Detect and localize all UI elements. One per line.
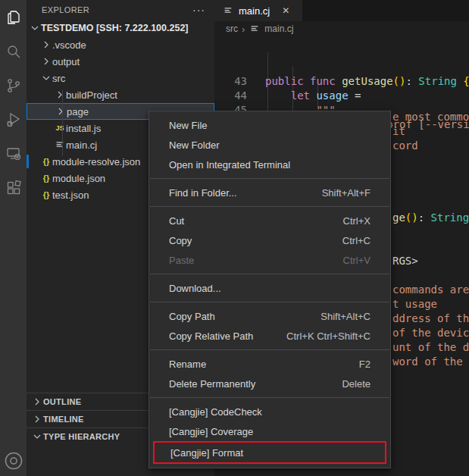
code-fragment: ddress of the bbox=[392, 312, 469, 326]
tab-main-cj[interactable]: main.cj ✕ bbox=[214, 0, 302, 21]
menu-item-label: Copy Relative Path bbox=[169, 330, 253, 342]
sidebar-title: EXPLORER bbox=[42, 5, 89, 14]
remote-explorer-icon[interactable] bbox=[0, 136, 27, 171]
tree-item-label: src bbox=[52, 73, 65, 84]
menu-item-label: [Cangjie] CodeCheck bbox=[169, 406, 262, 418]
menu-item-cangjie-codecheck[interactable]: [Cangjie] CodeCheck bbox=[149, 402, 390, 421]
menu-item-label: [Cangjie] Coverage bbox=[169, 426, 253, 437]
chevron-down-icon bbox=[31, 431, 43, 443]
tree-item-buildproject[interactable]: buildProject bbox=[27, 86, 214, 103]
menu-item-label: Find in Folder... bbox=[169, 187, 237, 199]
menu-separator bbox=[150, 178, 389, 179]
line-number: 44 bbox=[214, 89, 247, 103]
cj-file-icon bbox=[54, 139, 66, 151]
activity-bar bbox=[0, 0, 27, 476]
menu-item-new-file[interactable]: New File bbox=[149, 115, 390, 135]
format-highlight-box: [Cangjie] Format bbox=[153, 441, 386, 464]
source-control-icon[interactable] bbox=[0, 68, 27, 102]
chevron-down-icon bbox=[40, 72, 52, 84]
menu-item-cut[interactable]: CutCtrl+X bbox=[149, 211, 390, 230]
tree-item-output[interactable]: output bbox=[27, 53, 214, 70]
json-file-icon: {} bbox=[40, 155, 52, 168]
context-menu: New FileNew FolderOpen in Integrated Ter… bbox=[149, 111, 391, 468]
menu-item-open-in-integrated-terminal[interactable]: Open in Integrated Terminal bbox=[149, 155, 390, 174]
tab-label: main.cj bbox=[239, 5, 270, 17]
manage-icon[interactable] bbox=[0, 450, 27, 476]
activity-bar-indicator bbox=[27, 155, 29, 168]
menu-item-delete-permanently[interactable]: Delete PermanentlyDelete bbox=[149, 374, 390, 393]
tree-item-vscode[interactable]: .vscode bbox=[27, 36, 214, 53]
menu-item-shortcut: Ctrl+V bbox=[343, 255, 371, 266]
code-fragment: e most common bbox=[392, 110, 469, 124]
js-file-icon: JS bbox=[54, 122, 66, 134]
menu-item-label: New Folder bbox=[169, 139, 219, 151]
menu-item-shortcut: Shift+Alt+C bbox=[320, 311, 371, 322]
menu-item-find-in-folder[interactable]: Find in Folder...Shift+Alt+F bbox=[149, 183, 390, 202]
menu-item-label: Open in Integrated Terminal bbox=[169, 159, 290, 171]
more-actions-icon[interactable]: ··· bbox=[192, 4, 205, 16]
menu-separator bbox=[150, 206, 389, 207]
menu-separator bbox=[150, 274, 389, 274]
menu-item-label: [Cangjie] Format bbox=[170, 447, 243, 459]
menu-item-copy-relative-path[interactable]: Copy Relative PathCtrl+K Ctrl+Shift+C bbox=[149, 326, 390, 346]
run-debug-icon[interactable] bbox=[0, 102, 27, 136]
section-label: TIMELINE bbox=[43, 415, 84, 424]
close-icon[interactable]: ✕ bbox=[282, 5, 289, 16]
tab-strip: main.cj ✕ bbox=[214, 0, 469, 21]
menu-item-label: Copy bbox=[169, 235, 192, 246]
sidebar-header: EXPLORER ··· bbox=[27, 0, 214, 20]
search-icon[interactable] bbox=[0, 34, 27, 68]
indent-guide bbox=[62, 89, 63, 156]
json-file-icon: {} bbox=[40, 189, 52, 201]
menu-item-copy[interactable]: CopyCtrl+C bbox=[149, 230, 390, 250]
code-fragment: unt of the de bbox=[392, 340, 469, 355]
tree-item-label: .vscode bbox=[52, 39, 86, 51]
menu-item-shortcut: F2 bbox=[359, 359, 371, 370]
breadcrumb-src[interactable]: src bbox=[226, 23, 238, 34]
code-fragment: cord bbox=[392, 139, 418, 153]
menu-item-rename[interactable]: RenameF2 bbox=[149, 354, 390, 374]
tree-item-label: module-resolve.json bbox=[52, 156, 140, 168]
explorer-icon[interactable] bbox=[0, 0, 27, 34]
chevron-down-icon bbox=[29, 22, 41, 34]
code-fragment: it bbox=[392, 124, 405, 139]
code-text: public func getUsage(): String { bbox=[265, 74, 469, 89]
menu-item-label: Copy Path bbox=[169, 311, 215, 322]
menu-item-shortcut: Ctrl+K Ctrl+Shift+C bbox=[286, 330, 371, 342]
menu-separator bbox=[150, 397, 389, 398]
code-fragment: RGS> bbox=[392, 254, 418, 268]
menu-item-label: Rename bbox=[169, 359, 206, 370]
section-label: OUTLINE bbox=[43, 397, 81, 406]
code-fragment: ge(): String bbox=[392, 211, 469, 225]
chevron-right-icon bbox=[54, 89, 66, 101]
menu-item-paste: PasteCtrl+V bbox=[149, 250, 390, 270]
breadcrumb: src › main.cj bbox=[214, 21, 469, 36]
tree-root-testdemo[interactable]: TESTDEMO [SSH: 7.222.100.252] bbox=[27, 20, 214, 36]
tree-item-src[interactable]: src bbox=[27, 70, 214, 86]
menu-item-label: Delete Permanently bbox=[169, 378, 255, 390]
menu-item-cangjie-coverage[interactable]: [Cangjie] Coverage bbox=[149, 421, 390, 441]
menu-item-label: Paste bbox=[169, 255, 194, 266]
menu-item-copy-path[interactable]: Copy PathShift+Alt+C bbox=[149, 306, 390, 326]
tree-item-label: test.json bbox=[52, 189, 89, 201]
tree-item-label: output bbox=[52, 56, 80, 67]
menu-item-shortcut: Delete bbox=[342, 378, 371, 390]
root-label: TESTDEMO [SSH: 7.222.100.252] bbox=[41, 23, 189, 33]
line-number: 43 bbox=[214, 74, 247, 89]
menu-item-new-folder[interactable]: New Folder bbox=[149, 135, 390, 155]
breadcrumb-main-cj[interactable]: main.cj bbox=[264, 23, 293, 34]
code-fragment: t usage bbox=[392, 297, 437, 312]
menu-item-shortcut: Ctrl+C bbox=[342, 235, 371, 246]
chevron-right-icon bbox=[40, 55, 52, 67]
chevron-right-icon bbox=[31, 413, 43, 425]
menu-item-download[interactable]: Download... bbox=[149, 278, 390, 298]
tree-item-label: buildProject bbox=[66, 89, 117, 101]
menu-item-cangjie-format[interactable]: [Cangjie] Format bbox=[155, 443, 385, 462]
code-text: let usage = bbox=[265, 89, 361, 103]
chevron-right-icon bbox=[40, 39, 52, 51]
cj-file-icon bbox=[222, 5, 234, 17]
menu-separator bbox=[150, 302, 389, 302]
menu-separator bbox=[150, 349, 389, 350]
extensions-icon[interactable] bbox=[0, 171, 27, 205]
menu-item-label: New File bbox=[169, 120, 208, 131]
